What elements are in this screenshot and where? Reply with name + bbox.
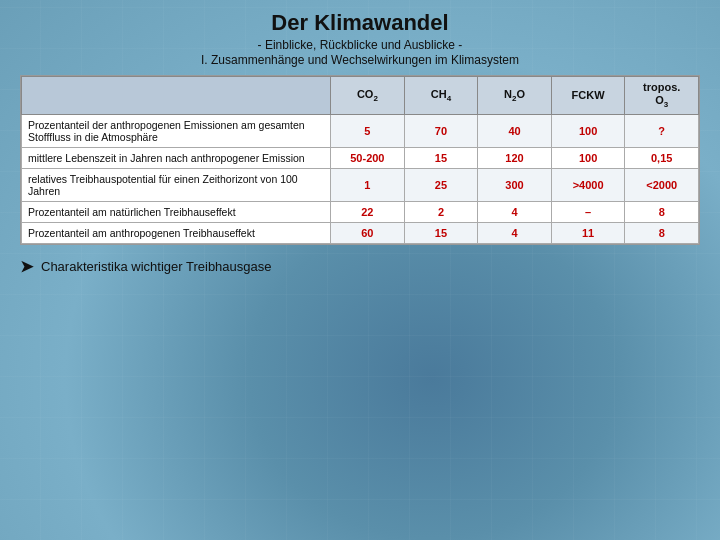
col-header-fckw: FCKW <box>551 77 625 115</box>
row-val: ? <box>625 114 699 147</box>
col-header-tropos: tropos.O3 <box>625 77 699 115</box>
row-val: 8 <box>625 201 699 222</box>
col-header-ch4: CH4 <box>404 77 478 115</box>
row-val: 120 <box>478 147 552 168</box>
row-val: 100 <box>551 114 625 147</box>
table-row: Prozentanteil am natürlichen Treibhausef… <box>22 201 699 222</box>
subtitle1: - Einblicke, Rückblicke und Ausblicke - <box>20 38 700 52</box>
row-val: 22 <box>331 201 405 222</box>
row-val: 2 <box>404 201 478 222</box>
row-desc: mittlere Lebenszeit in Jahren nach anthr… <box>22 147 331 168</box>
row-val: 15 <box>404 147 478 168</box>
row-val: 11 <box>551 222 625 243</box>
row-val: 0,15 <box>625 147 699 168</box>
row-desc: Prozentanteil am anthropogenen Treibhaus… <box>22 222 331 243</box>
row-val: 4 <box>478 201 552 222</box>
subtitle2: I. Zusammenhänge und Wechselwirkungen im… <box>20 53 700 67</box>
table-row: Prozentanteil am anthropogenen Treibhaus… <box>22 222 699 243</box>
row-val: 15 <box>404 222 478 243</box>
row-val: 5 <box>331 114 405 147</box>
row-val: <2000 <box>625 168 699 201</box>
row-val: 100 <box>551 147 625 168</box>
col-header-co2: CO2 <box>331 77 405 115</box>
col-header-desc <box>22 77 331 115</box>
row-val: >4000 <box>551 168 625 201</box>
row-val: – <box>551 201 625 222</box>
table-row: Prozentanteil der anthropogenen Emission… <box>22 114 699 147</box>
table-row: relatives Treibhauspotential für einen Z… <box>22 168 699 201</box>
footer-label: Charakteristika wichtiger Treibhausgase <box>41 259 272 274</box>
footer: ➤ Charakteristika wichtiger Treibhausgas… <box>20 253 700 276</box>
row-val: 8 <box>625 222 699 243</box>
row-desc: Prozentanteil der anthropogenen Emission… <box>22 114 331 147</box>
row-val: 4 <box>478 222 552 243</box>
row-val: 40 <box>478 114 552 147</box>
row-desc: Prozentanteil am natürlichen Treibhausef… <box>22 201 331 222</box>
data-table: CO2 CH4 N2O FCKW tropos.O3 Prozentanteil… <box>20 75 700 245</box>
row-val: 50-200 <box>331 147 405 168</box>
row-val: 1 <box>331 168 405 201</box>
arrow-icon: ➤ <box>20 257 33 276</box>
row-desc: relatives Treibhauspotential für einen Z… <box>22 168 331 201</box>
col-header-n2o: N2O <box>478 77 552 115</box>
row-val: 70 <box>404 114 478 147</box>
row-val: 60 <box>331 222 405 243</box>
row-val: 25 <box>404 168 478 201</box>
table-row: mittlere Lebenszeit in Jahren nach anthr… <box>22 147 699 168</box>
page-title: Der Klimawandel <box>20 10 700 36</box>
row-val: 300 <box>478 168 552 201</box>
